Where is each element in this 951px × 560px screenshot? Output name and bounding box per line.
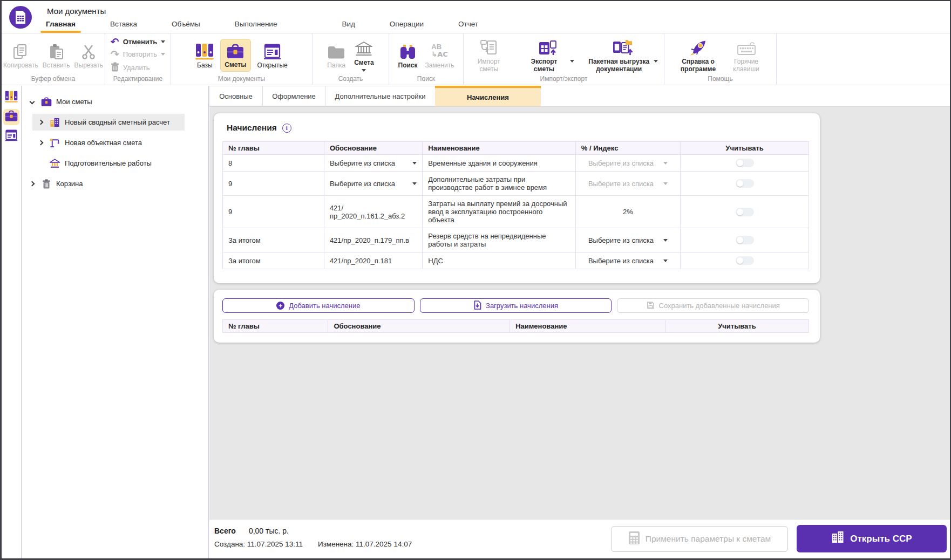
- batch-upload-button[interactable]: Пакетная выгрузка документации: [585, 38, 660, 73]
- chevron-down-icon: [663, 162, 668, 165]
- estimates-button[interactable]: Сметы: [220, 39, 250, 71]
- button-label: Сметы: [225, 61, 246, 69]
- tree-item-label: Корзина: [56, 180, 83, 188]
- export-estimate-button[interactable]: Экспорт сметы: [520, 38, 574, 73]
- tree-item-svodny-raschet[interactable]: Новый сводный сметный расчет: [32, 114, 185, 131]
- tree-item-moi-smety[interactable]: Мои сметы: [29, 93, 185, 110]
- tab-vid[interactable]: Вид: [338, 17, 358, 33]
- total-label: Всего: [214, 527, 236, 535]
- chevron-down-icon[interactable]: [29, 99, 35, 105]
- tab-obyomy[interactable]: Объёмы: [168, 17, 203, 33]
- col-consider: Учитывать: [665, 320, 809, 333]
- rail-estimates-button[interactable]: [3, 109, 19, 125]
- apply-parameters-button[interactable]: Применить параметры к сметам: [611, 526, 788, 552]
- import-estimate-button[interactable]: Импорт сметы: [468, 38, 510, 73]
- name-cell: Резерв средств на непредвиденные работы …: [423, 228, 575, 252]
- chevron-down-icon[interactable]: [570, 60, 574, 63]
- button-label: Сохранить добавленные начисления: [659, 302, 780, 310]
- group-label: Редактирование: [105, 75, 171, 85]
- chevron-down-icon[interactable]: [654, 60, 658, 63]
- binders-icon: [195, 42, 214, 60]
- batch-upload-icon: [612, 38, 633, 56]
- add-charge-button[interactable]: + Добавить начисление: [222, 298, 415, 313]
- tree-item-podgotovitelnye[interactable]: Подготовительные работы: [32, 155, 185, 172]
- chapter-cell: 8: [223, 155, 324, 172]
- hotkeys-button[interactable]: Горячие клавиши: [729, 38, 764, 73]
- copy-button[interactable]: Копировать: [3, 42, 38, 69]
- chapter-cell: За итогом: [223, 228, 324, 252]
- rail-open-button[interactable]: [3, 128, 19, 145]
- bases-button[interactable]: Базы: [195, 42, 214, 69]
- tab-vypolnenie[interactable]: Выполнение: [232, 17, 281, 33]
- button-label: Импорт сметы: [468, 58, 510, 73]
- copy-icon: [13, 42, 28, 60]
- index-dropdown[interactable]: Выберите из списка: [581, 159, 675, 167]
- basis-dropdown[interactable]: Выберите из списка: [330, 180, 417, 188]
- about-button[interactable]: Справка о программе: [677, 38, 719, 73]
- index-dropdown[interactable]: Выберите из списка: [581, 257, 675, 265]
- group-label: Мои документы: [171, 75, 312, 85]
- tab-oformlenie[interactable]: Оформление: [262, 86, 325, 106]
- document-grid-icon: [15, 10, 26, 24]
- crane-icon: [49, 137, 60, 148]
- consider-toggle[interactable]: [736, 208, 754, 216]
- index-dropdown[interactable]: Выберите из списка: [581, 236, 675, 244]
- table-row: 8 Выберите из списка Временные здания и …: [223, 155, 809, 172]
- save-added-charges-button[interactable]: Сохранить добавленные начисления: [617, 298, 809, 313]
- chevron-right-icon[interactable]: [29, 181, 35, 187]
- consider-toggle[interactable]: [736, 159, 754, 167]
- redo-button[interactable]: ↷ Повторить: [111, 50, 165, 58]
- export-icon: [538, 38, 557, 56]
- charges-card: Начисления i № главы Обоснование Наимено…: [214, 113, 820, 283]
- button-label: Открытые: [257, 62, 288, 69]
- chevron-down-icon[interactable]: [362, 69, 366, 72]
- group-label: Поиск: [389, 75, 463, 85]
- status-bar: Всего 0,00 тыс. р. Создана: 11.07.2025 1…: [209, 519, 950, 558]
- col-name: Наименование: [510, 320, 665, 333]
- replace-button[interactable]: AB ↳AC Заменить: [425, 42, 454, 69]
- chevron-down-icon[interactable]: [161, 40, 165, 43]
- new-folder-button[interactable]: Папка: [327, 42, 345, 69]
- rail-bases-button[interactable]: [3, 90, 19, 106]
- dropdown-value: Выберите из списка: [330, 159, 395, 167]
- import-icon: [480, 38, 498, 56]
- cut-button[interactable]: Вырезать: [74, 42, 103, 69]
- tab-operacii[interactable]: Операции: [386, 17, 427, 33]
- tab-dopolnitelnye-nastroyki[interactable]: Дополнительные настройки: [325, 86, 436, 106]
- undo-button[interactable]: ↶ Отменить: [111, 37, 165, 46]
- tree-item-obektnaya-smeta[interactable]: Новая объектная смета: [32, 134, 185, 151]
- documents-tree: Мои сметы Новый сводный сметный расчет Н…: [22, 86, 209, 558]
- tab-nachisleniya[interactable]: Начисления: [435, 86, 541, 106]
- app-window: Мои документы Главная Вставка Объёмы Вып…: [0, 0, 951, 560]
- tab-osnovnye[interactable]: Основные: [209, 86, 263, 106]
- tab-vstavka[interactable]: Вставка: [107, 17, 140, 33]
- paste-button[interactable]: Вставить: [43, 42, 70, 69]
- consider-toggle[interactable]: [736, 236, 754, 244]
- button-label: Поиск: [398, 62, 418, 69]
- consider-toggle[interactable]: [736, 256, 754, 265]
- dropdown-value: Выберите из списка: [588, 257, 654, 265]
- open-documents-button[interactable]: Открытые: [257, 42, 288, 69]
- consider-toggle[interactable]: [736, 179, 754, 188]
- button-label: Справка о программе: [678, 58, 719, 73]
- tree-item-korzina[interactable]: Корзина: [29, 175, 185, 192]
- index-dropdown[interactable]: Выберите из списка: [581, 180, 675, 188]
- chevron-right-icon[interactable]: [38, 120, 43, 125]
- chevron-down-icon: [663, 239, 668, 242]
- tree-item-label: Новая объектная смета: [65, 139, 142, 147]
- document-tab-bar: Основные Оформление Дополнительные настр…: [209, 86, 950, 107]
- basis-dropdown[interactable]: Выберите из списка: [330, 159, 417, 167]
- chevron-down-icon: [161, 53, 165, 56]
- info-icon[interactable]: i: [282, 124, 291, 133]
- new-estimate-button[interactable]: Смета: [354, 39, 374, 71]
- tab-glavnaya[interactable]: Главная: [43, 17, 79, 33]
- load-charges-button[interactable]: Загрузить начисления: [420, 298, 612, 313]
- open-ssr-button[interactable]: Открыть ССР: [797, 525, 947, 552]
- delete-button[interactable]: Удалить: [111, 62, 150, 73]
- page-title: Мои документы: [47, 6, 106, 16]
- search-button[interactable]: Поиск: [398, 42, 418, 69]
- table-header-row: № главы Обоснование Наименование Учитыва…: [223, 320, 809, 333]
- chevron-right-icon[interactable]: [38, 140, 43, 146]
- col-chapter: № главы: [223, 142, 324, 155]
- tab-otchet[interactable]: Отчет: [455, 17, 481, 33]
